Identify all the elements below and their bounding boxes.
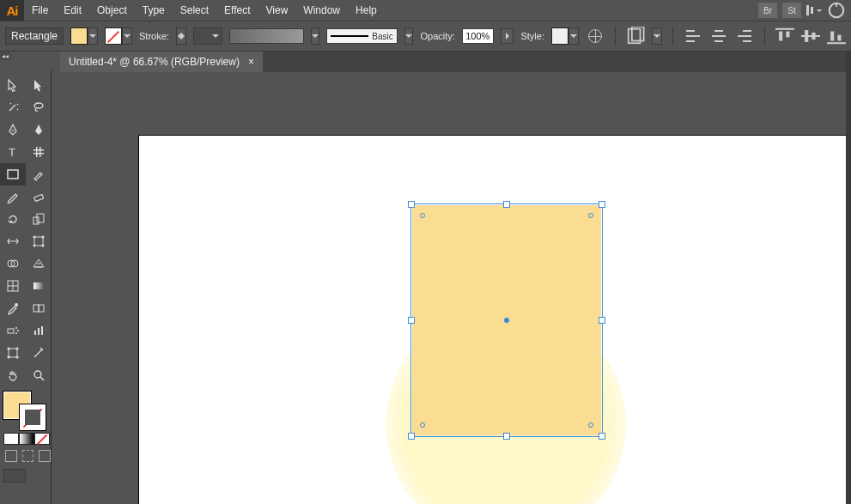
menu-type[interactable]: Type — [135, 0, 173, 21]
menu-view[interactable]: View — [258, 0, 296, 21]
hand-tool[interactable] — [0, 364, 26, 386]
gradient-mode-button[interactable] — [19, 433, 34, 445]
pen-tool[interactable] — [0, 118, 26, 141]
column-graph-tool[interactable] — [26, 319, 52, 342]
curvature-tool[interactable] — [26, 118, 52, 141]
eraser-tool[interactable] — [26, 185, 52, 208]
brush-line-icon — [331, 35, 368, 37]
svg-rect-34 — [33, 305, 39, 312]
bridge-button[interactable]: Br — [758, 3, 777, 18]
menu-effect[interactable]: Effect — [216, 0, 258, 21]
magic-wand-tool[interactable] — [0, 96, 26, 118]
menu-file[interactable]: File — [24, 0, 56, 21]
resize-handle-top-right[interactable] — [599, 201, 605, 208]
brush-definition[interactable]: Basic — [326, 28, 397, 44]
resize-handle-bottom[interactable] — [503, 433, 510, 440]
symbol-sprayer-tool[interactable] — [0, 319, 26, 342]
svg-rect-17 — [33, 153, 44, 155]
svg-rect-24 — [34, 237, 43, 246]
fill-stroke-indicator[interactable] — [0, 390, 52, 428]
resize-handle-top-left[interactable] — [408, 201, 415, 208]
stroke-weight-dropdown[interactable] — [193, 27, 222, 45]
resize-handle-top[interactable] — [503, 201, 510, 208]
variable-width-profile[interactable] — [229, 28, 304, 44]
document-setup-button[interactable] — [626, 27, 645, 46]
corner-widget-icon[interactable] — [420, 422, 425, 428]
align-right-button[interactable] — [735, 27, 754, 46]
stock-button[interactable]: St — [782, 3, 801, 18]
color-mode-button[interactable] — [3, 433, 19, 445]
close-icon[interactable]: × — [248, 56, 254, 68]
mesh-tool[interactable] — [0, 275, 26, 297]
svg-point-27 — [33, 245, 36, 247]
gradient-tool[interactable] — [26, 275, 52, 297]
svg-rect-5 — [779, 32, 782, 41]
resize-handle-right[interactable] — [599, 317, 605, 324]
chevron-down-icon[interactable] — [404, 27, 414, 45]
stroke-weight-stepper[interactable] — [176, 27, 186, 45]
fill-color-control[interactable] — [70, 27, 98, 45]
type-tool[interactable]: T — [0, 141, 26, 163]
chevron-down-icon[interactable] — [311, 27, 320, 45]
toolbox: T — [0, 70, 52, 504]
artboard-tool[interactable] — [0, 342, 26, 364]
draw-normal-button[interactable] — [5, 450, 17, 462]
paintbrush-tool[interactable] — [26, 163, 52, 185]
scale-tool[interactable] — [26, 208, 52, 230]
line-segment-tool[interactable] — [26, 141, 52, 163]
sync-icon[interactable] — [827, 1, 846, 20]
slice-tool[interactable] — [26, 342, 52, 364]
direct-selection-tool[interactable] — [26, 74, 52, 96]
align-hcenter-button[interactable] — [709, 27, 728, 46]
chevron-down-icon[interactable] — [652, 27, 662, 45]
draw-inside-button[interactable] — [39, 450, 51, 462]
recolor-artwork-button[interactable] — [586, 27, 605, 46]
rectangle-tool[interactable] — [0, 163, 26, 185]
eyedropper-tool[interactable] — [0, 297, 26, 319]
align-top-button[interactable] — [775, 27, 794, 46]
align-bottom-button[interactable] — [827, 27, 846, 46]
opacity-input[interactable]: 100% — [462, 28, 494, 44]
zoom-tool[interactable] — [26, 364, 52, 386]
screen-mode-button[interactable] — [3, 469, 26, 483]
corner-widget-icon[interactable] — [588, 213, 593, 218]
none-mode-button[interactable] — [34, 433, 50, 445]
svg-line-45 — [40, 377, 44, 380]
pencil-tool[interactable] — [0, 185, 26, 208]
rotate-tool[interactable] — [0, 208, 26, 230]
menu-object[interactable]: Object — [89, 0, 135, 21]
opacity-popup-button[interactable] — [501, 28, 514, 44]
collapse-handle[interactable]: ◂◂ — [0, 52, 10, 60]
perspective-grid-tool[interactable] — [26, 252, 52, 275]
graphic-style-control[interactable] — [551, 27, 579, 45]
shape-builder-tool[interactable] — [0, 252, 26, 275]
selection-tool[interactable] — [0, 74, 26, 96]
menu-window[interactable]: Window — [295, 0, 348, 21]
width-tool[interactable] — [0, 230, 26, 252]
selection-type-label: Rectangle — [5, 27, 64, 45]
draw-behind-button[interactable] — [22, 450, 34, 462]
canvas-area[interactable] — [60, 72, 851, 504]
document-tab[interactable]: Untitled-4* @ 66.67% (RGB/Preview) × — [60, 52, 263, 72]
menu-edit[interactable]: Edit — [56, 0, 89, 21]
svg-point-28 — [42, 245, 45, 247]
resize-handle-bottom-right[interactable] — [599, 433, 605, 440]
separator — [615, 27, 616, 46]
corner-widget-icon[interactable] — [588, 422, 593, 428]
lasso-tool[interactable] — [26, 96, 52, 118]
blend-tool[interactable] — [26, 297, 52, 319]
svg-point-13 — [34, 103, 43, 108]
align-vcenter-button[interactable] — [801, 27, 820, 46]
corner-widget-icon[interactable] — [420, 213, 425, 218]
svg-rect-42 — [41, 326, 43, 335]
menu-select[interactable]: Select — [173, 0, 216, 21]
align-left-button[interactable] — [684, 27, 702, 46]
resize-handle-bottom-left[interactable] — [408, 433, 415, 440]
resize-handle-left[interactable] — [408, 317, 415, 324]
svg-point-38 — [17, 330, 19, 331]
free-transform-tool[interactable] — [26, 230, 52, 252]
menu-help[interactable]: Help — [348, 0, 385, 21]
arrange-documents-dropdown[interactable] — [806, 5, 822, 15]
right-panel-edge[interactable] — [846, 52, 851, 504]
stroke-color-control[interactable] — [105, 27, 132, 45]
